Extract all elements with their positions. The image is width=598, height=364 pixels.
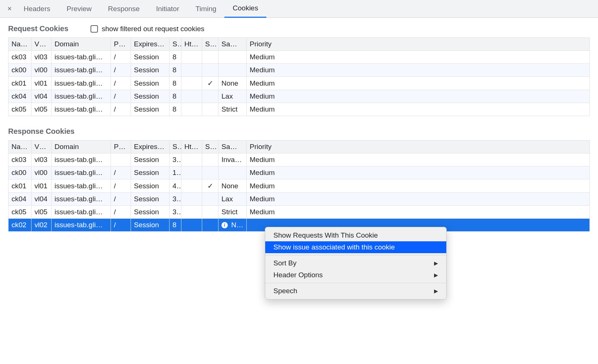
tab-response[interactable]: Response bbox=[100, 0, 148, 18]
table-row[interactable]: ck01vl01issues-tab.gli…/Session8✓NoneMed… bbox=[9, 77, 590, 90]
cell-priority: Medium bbox=[247, 90, 590, 103]
tab-preview[interactable]: Preview bbox=[59, 0, 100, 18]
tab-label: Response bbox=[108, 5, 140, 13]
cell-expires: Session bbox=[131, 77, 170, 90]
response-cookies-table: Na… V… Domain P… Expires… S. Ht… S… Sa… … bbox=[8, 140, 590, 232]
cell-samesite: Inva… bbox=[218, 153, 247, 166]
col-header-samesite[interactable]: Sa… bbox=[218, 38, 247, 51]
cell-domain: issues-tab.gli… bbox=[52, 193, 111, 206]
cell-samesite: None bbox=[218, 179, 247, 193]
cell-samesite: i N… bbox=[218, 219, 247, 232]
table-row[interactable]: ck05vl05issues-tab.gli…/Session8StrictMe… bbox=[9, 103, 590, 116]
checkbox-label: show filtered out request cookies bbox=[102, 25, 204, 33]
cell-size: 8 bbox=[170, 51, 181, 64]
cell-value: vl03 bbox=[32, 51, 52, 64]
table-row[interactable]: ck00vl00issues-tab.gli…/Session1..Medium bbox=[9, 166, 590, 179]
cell-size: 1.. bbox=[170, 166, 181, 179]
cell-secure: ✓ bbox=[202, 179, 218, 193]
col-header-httponly[interactable]: Ht… bbox=[181, 38, 202, 51]
cell-httponly bbox=[181, 64, 202, 77]
table-row[interactable]: ck03vl03issues-tab.gli…/Session8Medium bbox=[9, 51, 590, 64]
menu-item[interactable]: Sort By▶ bbox=[265, 257, 446, 269]
cell-size: 8 bbox=[170, 77, 181, 90]
cell-expires: Session bbox=[131, 103, 170, 116]
menu-item[interactable]: Show issue associated with this cookie bbox=[265, 241, 446, 253]
table-row[interactable]: ck04vl04issues-tab.gli…/Session8LaxMediu… bbox=[9, 90, 590, 103]
menu-item[interactable]: Header Options▶ bbox=[265, 269, 446, 281]
cell-path: / bbox=[111, 166, 131, 179]
cell-samesite bbox=[218, 64, 247, 77]
tab-label: Headers bbox=[24, 5, 50, 13]
cell-path: / bbox=[111, 90, 131, 103]
tab-cookies[interactable]: Cookies bbox=[224, 0, 266, 18]
cell-name: ck03 bbox=[9, 153, 32, 166]
cell-httponly bbox=[181, 153, 202, 166]
cell-domain: issues-tab.gli… bbox=[52, 166, 111, 179]
col-header-domain[interactable]: Domain bbox=[52, 140, 111, 153]
cell-secure bbox=[202, 64, 218, 77]
table-row[interactable]: ck05vl05issues-tab.gli…/Session3..Strict… bbox=[9, 206, 590, 219]
col-header-expires[interactable]: Expires… bbox=[131, 38, 170, 51]
menu-item[interactable]: Speech▶ bbox=[265, 285, 446, 297]
tab-initiator[interactable]: Initiator bbox=[148, 0, 187, 18]
cell-expires: Session bbox=[131, 193, 170, 206]
col-header-name[interactable]: Na… bbox=[9, 38, 32, 51]
devtools-tabbar: × Headers Preview Response Initiator Tim… bbox=[0, 0, 598, 18]
cell-priority: Medium bbox=[247, 166, 590, 179]
cell-samesite bbox=[218, 166, 247, 179]
cell-priority: Medium bbox=[247, 153, 590, 166]
cell-samesite: Lax bbox=[218, 90, 247, 103]
col-header-size[interactable]: S. bbox=[170, 140, 181, 153]
col-header-expires[interactable]: Expires… bbox=[131, 140, 170, 153]
col-header-httponly[interactable]: Ht… bbox=[181, 140, 202, 153]
cell-expires: Session bbox=[131, 166, 170, 179]
cell-httponly bbox=[181, 179, 202, 193]
menu-item-label: Sort By bbox=[273, 259, 296, 267]
cell-priority: Medium bbox=[247, 206, 590, 219]
tab-label: Timing bbox=[196, 5, 216, 13]
col-header-name[interactable]: Na… bbox=[9, 140, 32, 153]
col-header-value[interactable]: V… bbox=[32, 38, 52, 51]
col-header-priority[interactable]: Priority bbox=[247, 38, 590, 51]
col-header-value[interactable]: V… bbox=[32, 140, 52, 153]
table-row[interactable]: ck00vl00issues-tab.gli…/Session8Medium bbox=[9, 64, 590, 77]
col-header-priority[interactable]: Priority bbox=[247, 140, 590, 153]
table-row[interactable]: ck03vl03issues-tab.gli…Session3..Inva…Me… bbox=[9, 153, 590, 166]
cell-httponly bbox=[181, 206, 202, 219]
col-header-secure[interactable]: S… bbox=[202, 140, 218, 153]
request-cookies-title: Request Cookies bbox=[8, 24, 68, 33]
cell-secure bbox=[202, 206, 218, 219]
cell-path: / bbox=[111, 64, 131, 77]
cell-expires: Session bbox=[131, 64, 170, 77]
show-filtered-checkbox[interactable]: show filtered out request cookies bbox=[91, 25, 204, 33]
cell-size: 3.. bbox=[170, 193, 181, 206]
col-header-samesite[interactable]: Sa… bbox=[218, 140, 247, 153]
table-header-row: Na… V… Domain P… Expires… S. Ht… S… Sa… … bbox=[9, 38, 590, 51]
tab-timing[interactable]: Timing bbox=[187, 0, 224, 18]
col-header-domain[interactable]: Domain bbox=[52, 38, 111, 51]
col-header-path[interactable]: P… bbox=[111, 38, 131, 51]
cell-value: vl02 bbox=[32, 219, 52, 232]
info-icon[interactable]: i bbox=[221, 222, 228, 228]
close-icon[interactable]: × bbox=[4, 4, 16, 13]
cell-value: vl00 bbox=[32, 166, 52, 179]
cell-expires: Session bbox=[131, 206, 170, 219]
table-row[interactable]: ck04vl04issues-tab.gli…/Session3..LaxMed… bbox=[9, 193, 590, 206]
tab-headers[interactable]: Headers bbox=[16, 0, 59, 18]
cell-expires: Session bbox=[131, 90, 170, 103]
cell-domain: issues-tab.gli… bbox=[52, 64, 111, 77]
cell-value: vl04 bbox=[32, 90, 52, 103]
col-header-path[interactable]: P… bbox=[111, 140, 131, 153]
menu-item-label: Speech bbox=[273, 287, 297, 295]
cell-name: ck04 bbox=[9, 193, 32, 206]
cell-priority: Medium bbox=[247, 77, 590, 90]
table-header-row: Na… V… Domain P… Expires… S. Ht… S… Sa… … bbox=[9, 140, 590, 153]
cell-domain: issues-tab.gli… bbox=[52, 51, 111, 64]
menu-item[interactable]: Show Requests With This Cookie bbox=[265, 229, 446, 241]
table-row[interactable]: ck01vl01issues-tab.gli…/Session4..✓NoneM… bbox=[9, 179, 590, 193]
cell-path: / bbox=[111, 103, 131, 116]
cell-httponly bbox=[181, 219, 202, 232]
col-header-secure[interactable]: S… bbox=[202, 38, 218, 51]
checkbox-icon bbox=[91, 25, 98, 33]
col-header-size[interactable]: S. bbox=[170, 38, 181, 51]
